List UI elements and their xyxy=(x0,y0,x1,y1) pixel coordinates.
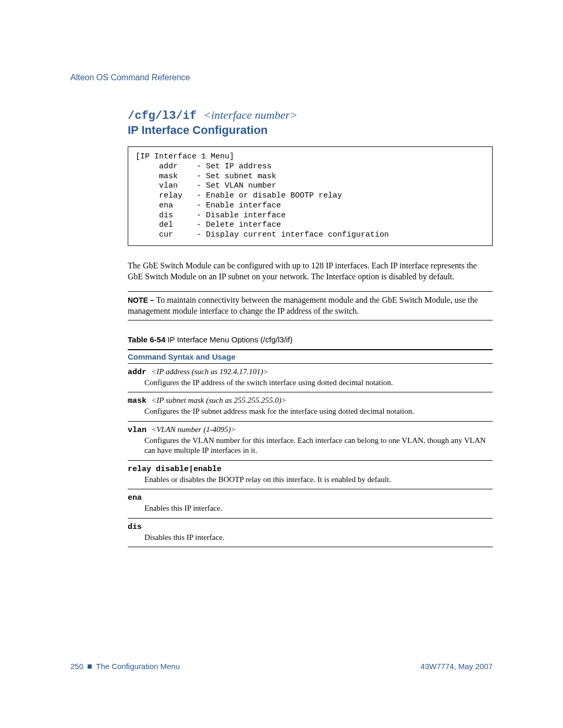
table-row: addr <IP address (such as 192.4.17.101)>… xyxy=(128,364,493,393)
section-title: /cfg/l3/if <interface number> IP Interfa… xyxy=(128,108,493,137)
table-caption: Table 6-54 IP Interface Menu Options (/c… xyxy=(128,335,493,344)
page: Alteon OS Command Reference /cfg/l3/if <… xyxy=(0,0,563,728)
body: The GbE Switch Module can be configured … xyxy=(128,261,493,548)
table-row: vlan <VLAN number (1-4095)> Configures t… xyxy=(128,422,493,461)
table-caption-number: Table 6-54 xyxy=(128,335,165,344)
text: GbE Switch Module xyxy=(143,261,212,270)
note-label: NOTE – xyxy=(128,296,156,304)
command-keyword: mask xyxy=(128,397,151,405)
command-arg: <IP subnet mask (such as 255.255.255.0)> xyxy=(151,396,287,404)
square-bullet-icon xyxy=(88,664,92,669)
text: can be configured with up to 128 IP inte… xyxy=(211,261,476,270)
command-description: Configures the IP subnet address mask fo… xyxy=(144,406,493,417)
command-description: Enables or disables the BOOTP relay on t… xyxy=(144,475,493,485)
command-keyword: vlan xyxy=(128,426,151,435)
table-header: Command Syntax and Usage xyxy=(128,349,493,364)
footer-left: 250 The Configuration Menu xyxy=(70,662,180,671)
command-keyword: relay disable|enable xyxy=(128,465,222,474)
intro-paragraph: The GbE Switch Module can be configured … xyxy=(128,261,493,282)
table-row: mask <IP subnet mask (such as 255.255.25… xyxy=(128,392,493,422)
running-header: Alteon OS Command Reference xyxy=(70,73,493,82)
command-keyword: dis xyxy=(128,523,142,532)
table-caption-title: IP Interface Menu Options (/cfg/l3/if) xyxy=(165,335,292,344)
command-description: Disables this IP interface. xyxy=(144,533,493,543)
footer-left-text: The Configuration Menu xyxy=(96,662,180,671)
footer-right: 43W7774, May 2007 xyxy=(421,662,493,671)
footer: 250 The Configuration Menu 43W7774, May … xyxy=(70,662,493,671)
command-description: Enables this IP interface. xyxy=(144,503,493,514)
command-description: Configures the IP address of the switch … xyxy=(144,378,493,388)
command-description: Configures the VLAN number for this inte… xyxy=(144,436,493,456)
text: on an IP subnet on your network. The Int… xyxy=(197,272,455,281)
note-text: To maintain connectivity between the man… xyxy=(128,295,478,315)
table-row: ena Enables this IP interface. xyxy=(128,489,493,519)
title-name: IP Interface Configuration xyxy=(128,124,493,137)
title-command-arg: <interface number> xyxy=(203,108,298,121)
command-keyword: addr xyxy=(128,368,151,377)
command-arg: <IP address (such as 192.4.17.101)> xyxy=(151,367,268,376)
command-keyword: ena xyxy=(128,493,142,502)
note-block: NOTE – To maintain connectivity between … xyxy=(128,291,493,320)
table-row: dis Disables this IP interface. xyxy=(128,519,493,548)
command-arg: <VLAN number (1-4095)> xyxy=(151,425,236,434)
title-command-path: /cfg/l3/if xyxy=(128,109,203,122)
text: The xyxy=(128,261,143,270)
menu-listing: [IP Interface 1 Menu] addr - Set IP addr… xyxy=(128,146,493,246)
text: GbE Switch Module xyxy=(128,272,197,281)
page-number: 250 xyxy=(70,662,83,671)
table-row: relay disable|enable Enables or disables… xyxy=(128,461,493,490)
